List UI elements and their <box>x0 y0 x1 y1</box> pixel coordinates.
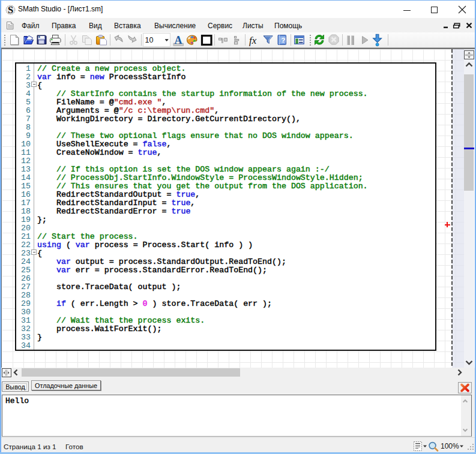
svg-text:?: ? <box>281 37 285 44</box>
svg-text:10: 10 <box>145 36 154 44</box>
svg-text:A: A <box>175 34 182 46</box>
svg-text:S: S <box>8 5 13 15</box>
svg-text:100%: 100% <box>441 442 459 450</box>
svg-text:fx: fx <box>249 35 257 46</box>
